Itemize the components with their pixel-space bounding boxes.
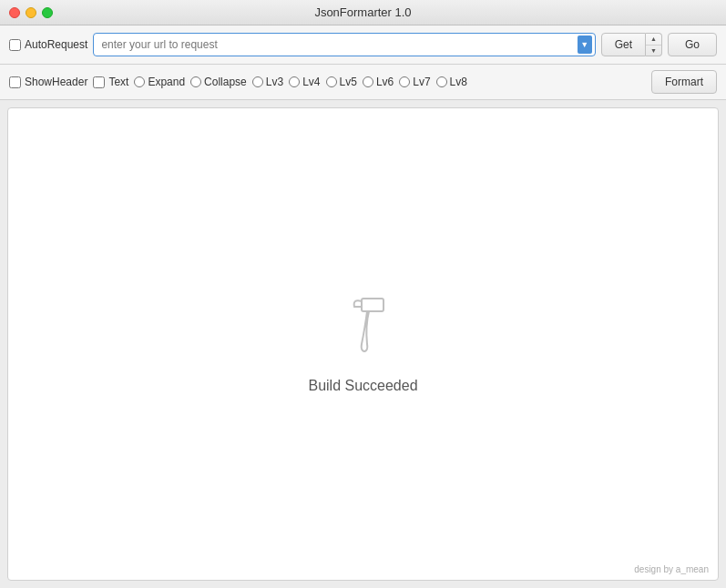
showheader-label: ShowHeader	[25, 76, 87, 88]
lv3-radio-label[interactable]: Lv3	[252, 76, 283, 88]
collapse-radio-label[interactable]: Collapse	[190, 76, 247, 88]
lv6-radio-label[interactable]: Lv6	[363, 76, 394, 88]
toolbar-row2: ShowHeader Text Expand Collapse Lv3 Lv4 …	[0, 65, 726, 100]
format-button[interactable]: Formart	[651, 70, 717, 94]
lv5-radio-label[interactable]: Lv5	[326, 76, 357, 88]
hammer-icon	[336, 294, 391, 367]
lv4-radio[interactable]	[289, 76, 300, 87]
text-label: Text	[108, 76, 128, 88]
autorequest-label: AutoRequest	[25, 38, 87, 51]
build-succeeded-text: Build Succeeded	[308, 378, 417, 394]
method-stepper[interactable]: ▲ ▼	[646, 33, 662, 56]
design-credit: design by a_mean	[634, 564, 709, 574]
stepper-up[interactable]: ▲	[646, 34, 661, 46]
expand-label: Expand	[148, 76, 185, 88]
close-button[interactable]	[9, 7, 20, 18]
lv7-radio[interactable]	[399, 76, 410, 87]
autorequest-checkbox[interactable]	[9, 39, 21, 51]
lv4-label: Lv4	[302, 76, 320, 88]
lv6-radio[interactable]	[363, 76, 373, 87]
lv8-radio-label[interactable]: Lv8	[436, 76, 467, 88]
svg-rect-0	[362, 299, 383, 311]
url-input-wrapper: ▼	[93, 33, 595, 56]
url-input[interactable]	[93, 33, 595, 56]
url-dropdown-button[interactable]: ▼	[578, 35, 592, 54]
maximize-button[interactable]	[42, 7, 53, 18]
lv7-label: Lv7	[413, 76, 430, 88]
autorequest-checkbox-label[interactable]: AutoRequest	[9, 38, 87, 51]
lv3-radio[interactable]	[252, 76, 263, 87]
go-button[interactable]: Go	[668, 33, 717, 56]
lv6-label: Lv6	[376, 76, 394, 88]
showheader-checkbox-label[interactable]: ShowHeader	[9, 76, 87, 88]
stepper-down[interactable]: ▼	[646, 46, 661, 56]
collapse-radio[interactable]	[190, 76, 201, 87]
build-succeeded: Build Succeeded	[308, 294, 417, 394]
content-area: Build Succeeded design by a_mean	[7, 107, 719, 581]
text-checkbox[interactable]	[93, 76, 105, 88]
showheader-checkbox[interactable]	[9, 76, 21, 88]
method-button[interactable]: Get	[601, 33, 646, 56]
title-bar: JsonFormarter 1.0	[0, 0, 726, 25]
window-title: JsonFormarter 1.0	[314, 5, 411, 19]
expand-radio-label[interactable]: Expand	[134, 76, 185, 88]
collapse-label: Collapse	[204, 76, 247, 88]
lv7-radio-label[interactable]: Lv7	[399, 76, 430, 88]
lv8-radio[interactable]	[436, 76, 447, 87]
method-group: Get ▲ ▼	[601, 33, 662, 56]
lv5-radio[interactable]	[326, 76, 337, 87]
expand-radio[interactable]	[134, 76, 145, 87]
traffic-lights	[9, 7, 53, 18]
lv8-label: Lv8	[450, 76, 467, 88]
lv5-label: Lv5	[340, 76, 357, 88]
lv4-radio-label[interactable]: Lv4	[289, 76, 320, 88]
toolbar-row1: AutoRequest ▼ Get ▲ ▼ Go	[0, 25, 726, 65]
dropdown-arrow-icon: ▼	[580, 40, 588, 49]
text-checkbox-label[interactable]: Text	[93, 76, 128, 88]
lv3-label: Lv3	[266, 76, 283, 88]
minimize-button[interactable]	[26, 7, 36, 18]
